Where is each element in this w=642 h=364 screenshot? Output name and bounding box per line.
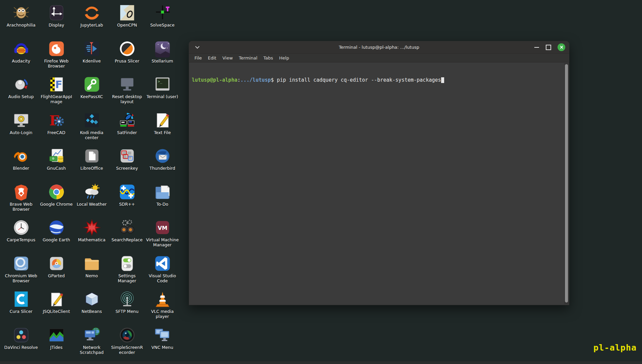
desktop-icon-simplescreenrecorder[interactable]: SimpleScreenRecorder bbox=[109, 325, 145, 361]
desktop-icon-blender[interactable]: Blender bbox=[3, 146, 39, 182]
menu-item-help[interactable]: Help bbox=[276, 54, 292, 62]
prompt-user-host: lutusp@pl-alpha bbox=[192, 77, 237, 83]
desktop-icon-keepassxc[interactable]: KeePassXC bbox=[74, 74, 109, 110]
desktop-icon-brave-web-browser[interactable]: Brave Web Browser bbox=[3, 182, 39, 218]
desktop-icon-netbeans[interactable]: NetBeans bbox=[74, 289, 109, 325]
desktop-icon-vlc-media-player[interactable]: VLC media player bbox=[145, 289, 180, 325]
desktop-icon-thunderbird[interactable]: Thunderbird bbox=[145, 146, 180, 182]
desktop-icon-screenkey[interactable]: Screenkey bbox=[109, 146, 145, 182]
menu-item-view[interactable]: View bbox=[219, 54, 236, 62]
menu-item-terminal[interactable]: Terminal bbox=[236, 54, 260, 62]
kdenlive-icon bbox=[83, 40, 101, 57]
vlc-icon bbox=[154, 290, 171, 308]
chevron-down-icon[interactable] bbox=[195, 44, 200, 48]
desktop-icon-label: Firefox Web Browser bbox=[39, 58, 73, 69]
minimize-icon[interactable] bbox=[534, 47, 539, 48]
desktop-icon-google-earth[interactable]: Google Earth bbox=[39, 217, 74, 253]
desktop-icon-label: VLC media player bbox=[145, 309, 179, 319]
desktop-icon-network-scratchpad[interactable]: Network Scratchpad bbox=[74, 325, 109, 361]
desktop-icon-local-weather[interactable]: Local Weather bbox=[74, 182, 109, 218]
kodi-icon bbox=[83, 112, 101, 129]
svg-text:VM: VM bbox=[157, 225, 167, 231]
desktop-icon-opencpn[interactable]: OpenCPN bbox=[109, 3, 145, 39]
jtides-icon bbox=[48, 326, 65, 344]
maximize-icon[interactable] bbox=[546, 45, 551, 50]
desktop-icon-arachnophilia[interactable]: Arachnophilia bbox=[3, 3, 39, 39]
desktop-icon-label: Mathematica bbox=[78, 237, 106, 242]
screenkey-icon bbox=[118, 147, 136, 165]
desktop-icon-kdenlive[interactable]: Kdenlive bbox=[74, 39, 109, 75]
opencpn-icon bbox=[118, 4, 136, 22]
keepassxc-icon bbox=[83, 76, 101, 93]
desktop-icon-visual-studio-code[interactable]: Visual Studio Code bbox=[145, 253, 180, 289]
desktop-icon-auto-login[interactable]: Auto-Login bbox=[3, 110, 39, 146]
thunderbird-icon bbox=[154, 147, 171, 165]
desktop-icon-google-chrome[interactable]: Google Chrome bbox=[39, 182, 74, 218]
desktop-icon-sdr[interactable]: SDR++ bbox=[109, 182, 145, 218]
desktop-icon-mathematica[interactable]: Mathematica bbox=[74, 217, 109, 253]
desktop-icon-label: Chromium Web Browser bbox=[4, 273, 38, 283]
desktop-icon-settings-manager[interactable]: Settings Manager bbox=[109, 253, 145, 289]
desktop-icon-cura-slicer[interactable]: Cura Slicer bbox=[3, 289, 39, 325]
gparted-icon bbox=[48, 255, 65, 272]
desktop-icon-prusa-slicer[interactable]: Prusa Slicer bbox=[109, 39, 145, 75]
desktop-icon-audio-setup[interactable]: Audio Setup bbox=[3, 74, 39, 110]
desktop-icon-label: Audacity bbox=[12, 58, 30, 64]
virtual-machine-manager-icon: VM bbox=[154, 219, 171, 236]
desktop-icon-to-do[interactable]: To-Do bbox=[145, 182, 180, 218]
settings-manager-icon bbox=[118, 255, 136, 272]
vnc-menu-icon bbox=[154, 326, 171, 344]
cura-icon bbox=[12, 290, 30, 308]
scrollbar-track[interactable] bbox=[564, 63, 569, 304]
desktop-icon-libreoffice[interactable]: LibreOffice bbox=[74, 146, 109, 182]
close-icon[interactable] bbox=[558, 43, 565, 51]
desktop-icon-solvespace[interactable]: SolveSpace bbox=[145, 3, 180, 39]
desktop-icon-jtides[interactable]: JTides bbox=[39, 325, 74, 361]
desktop-icon-jupyterlab[interactable]: JupyterLab bbox=[74, 3, 109, 39]
menu-item-edit[interactable]: Edit bbox=[205, 54, 219, 62]
desktop-icon-text-file[interactable]: Text File bbox=[145, 110, 180, 146]
desktop-icon-label: KeePassXC bbox=[80, 94, 103, 99]
desktop-icon-sftp-menu[interactable]: SFTP Menu bbox=[109, 289, 145, 325]
terminal-titlebar[interactable]: Terminal - lutusp@pl-alpha: .../lutusp bbox=[189, 41, 569, 54]
desktop-icon-label: VNC Menu bbox=[151, 345, 173, 350]
desktop-icon-reset-desktop-layout[interactable]: Reset desktop layout bbox=[109, 74, 145, 110]
desktop-icon-label: FlightGearAppImage bbox=[39, 94, 73, 104]
desktop-icon-label: SimpleScreenRecorder bbox=[110, 345, 144, 355]
scrollbar-thumb[interactable] bbox=[565, 64, 568, 302]
desktop-icon-davinci-resolve[interactable]: DaVinci Resolve bbox=[3, 325, 39, 361]
desktop-icon-label: Thunderbird bbox=[149, 166, 175, 171]
desktop-icon-gparted[interactable]: GParted bbox=[39, 253, 74, 289]
desktop-icon-gnucash[interactable]: GnuCash bbox=[39, 146, 74, 182]
desktop-icon-label: Screenkey bbox=[116, 166, 138, 171]
desktop-icon-vnc-menu[interactable]: VNC Menu bbox=[145, 325, 180, 361]
mathematica-icon bbox=[83, 219, 101, 236]
desktop-icon-kodi-media-center[interactable]: Kodi media center bbox=[74, 110, 109, 146]
desktop-icon-virtual-machine-manager[interactable]: VMVirtual Machine Manager bbox=[145, 217, 180, 253]
menu-item-tabs[interactable]: Tabs bbox=[260, 54, 276, 62]
desktop-icon-chromium-web-browser[interactable]: Chromium Web Browser bbox=[3, 253, 39, 289]
desktop-icon-label: Display bbox=[48, 23, 64, 28]
desktop-icon-freecad[interactable]: FFreeCAD bbox=[39, 110, 74, 146]
terminal-menubar: FileEditViewTerminalTabsHelp bbox=[189, 54, 569, 63]
desktop-icon-carpetempus[interactable]: CarpeTempus bbox=[3, 217, 39, 253]
desktop-icon-nemo[interactable]: Nemo bbox=[74, 253, 109, 289]
desktop-icon-jsqliteclient[interactable]: JSQLiteClient bbox=[39, 289, 74, 325]
desktop-icon-terminal-user[interactable]: >_Terminal (user) bbox=[145, 74, 180, 110]
desktop-icon-label: SatFinder bbox=[117, 130, 137, 135]
desktop-icon-searchreplace[interactable]: SearchReplace bbox=[109, 217, 145, 253]
text-file-icon bbox=[154, 112, 171, 129]
desktop-icon-flightgearappimage[interactable]: FFlightGearAppImage bbox=[39, 74, 74, 110]
terminal-user-icon: >_ bbox=[154, 76, 171, 93]
desktop-icon-display[interactable]: Display bbox=[39, 3, 74, 39]
terminal-content[interactable]: lutusp@pl-alpha:.../lutusp$ pip install … bbox=[189, 63, 569, 305]
desktop-icon-satfinder[interactable]: SatFinder bbox=[109, 110, 145, 146]
desktop-icon-audacity[interactable]: Audacity bbox=[3, 39, 39, 75]
davinci-icon bbox=[12, 326, 30, 344]
desktop-icon-stellarium[interactable]: Stellarium bbox=[145, 39, 180, 75]
desktop-icon-label: Visual Studio Code bbox=[145, 273, 179, 283]
terminal-cursor bbox=[441, 77, 444, 83]
todo-icon bbox=[154, 183, 171, 201]
menu-item-file[interactable]: File bbox=[191, 54, 205, 62]
desktop-icon-firefox-web-browser[interactable]: Firefox Web Browser bbox=[39, 39, 74, 75]
